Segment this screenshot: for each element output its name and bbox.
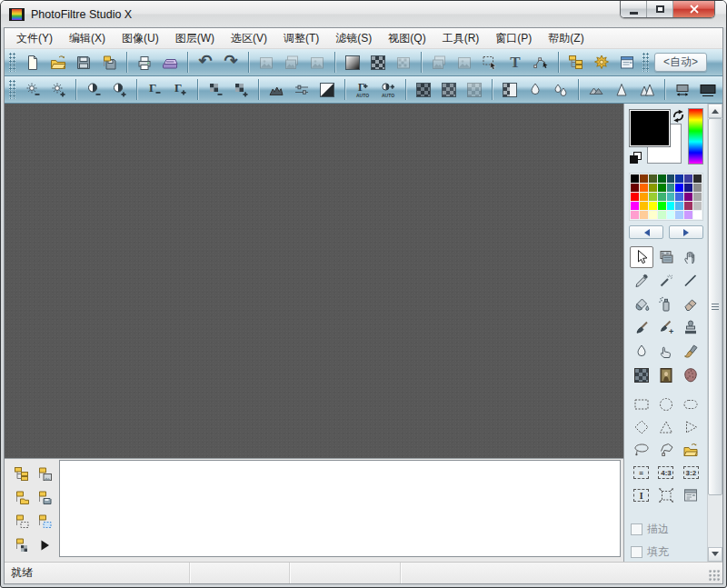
close-button[interactable] xyxy=(673,1,714,17)
layer-manager-tool[interactable] xyxy=(654,246,678,268)
load-selection[interactable] xyxy=(679,439,702,461)
scroll-up-button[interactable] xyxy=(708,104,722,118)
minimize-button[interactable] xyxy=(621,1,647,17)
panel-scrollbar[interactable] xyxy=(707,104,722,562)
scroll-down-button[interactable] xyxy=(708,547,722,562)
palette-color-swatch[interactable] xyxy=(684,193,692,201)
palette-color-swatch[interactable] xyxy=(649,202,657,210)
undo-button[interactable]: ↶ xyxy=(193,51,218,74)
stroke-checkbox[interactable] xyxy=(631,523,642,535)
histogram-button[interactable] xyxy=(264,78,289,101)
relief-more-button[interactable] xyxy=(634,78,660,101)
menu-item-6[interactable]: 滤镜(S) xyxy=(327,27,380,50)
toolbar-drag-handle[interactable] xyxy=(9,53,16,72)
palette-color-swatch[interactable] xyxy=(640,184,648,192)
menu-item-1[interactable]: 编辑(X) xyxy=(61,27,114,50)
blur-button[interactable] xyxy=(523,78,548,101)
toolbar-drag-handle[interactable] xyxy=(9,80,16,99)
titlebar[interactable]: PhotoFiltre Studio X xyxy=(1,1,726,27)
maximize-button[interactable] xyxy=(647,1,673,17)
foreground-color-swatch[interactable] xyxy=(629,109,671,147)
menu-item-7[interactable]: 视图(Q) xyxy=(380,27,433,50)
select-diamond[interactable] xyxy=(630,416,653,438)
palette-color-swatch[interactable] xyxy=(649,211,657,219)
palette-color-swatch[interactable] xyxy=(658,193,666,201)
palette-color-swatch[interactable] xyxy=(631,174,639,183)
smudge-tool[interactable] xyxy=(654,341,678,363)
brightness-minus-button[interactable] xyxy=(20,78,45,101)
palette-color-swatch[interactable] xyxy=(693,184,702,192)
menu-item-9[interactable]: 窗口(P) xyxy=(487,27,540,50)
text-button[interactable]: T xyxy=(503,51,528,74)
brightness-plus-button[interactable] xyxy=(45,78,71,101)
menu-item-2[interactable]: 图像(U) xyxy=(114,27,167,50)
gamma-plus-button[interactable]: Γ xyxy=(167,78,193,101)
palette-color-swatch[interactable] xyxy=(649,174,657,183)
art-filter-tool[interactable] xyxy=(654,364,678,386)
layer-thumbnail[interactable] xyxy=(34,463,55,485)
menu-item-3[interactable]: 图层(W) xyxy=(167,27,223,50)
select-ellipse[interactable] xyxy=(654,394,678,415)
explorer-strip[interactable] xyxy=(59,460,621,557)
palette-color-swatch[interactable] xyxy=(649,193,657,201)
palette-color-swatch[interactable] xyxy=(631,202,639,210)
swap-colors-icon[interactable] xyxy=(671,108,686,124)
palette-color-swatch[interactable] xyxy=(667,193,675,201)
lasso[interactable] xyxy=(630,439,653,461)
auto-gamma-button[interactable]: ΓAUTO xyxy=(350,78,375,101)
fill-checkbox[interactable] xyxy=(631,546,642,558)
brush-tool[interactable] xyxy=(630,317,653,339)
palette-color-swatch[interactable] xyxy=(667,184,675,192)
pattern-button[interactable] xyxy=(365,51,391,74)
mosaic-1-button[interactable] xyxy=(411,78,436,101)
toolbar-drag-handle[interactable] xyxy=(642,53,650,72)
palette-color-swatch[interactable] xyxy=(684,211,692,219)
palette-color-swatch[interactable] xyxy=(684,174,692,183)
select-rounded[interactable] xyxy=(679,394,702,415)
blur-tool[interactable] xyxy=(630,341,653,363)
open-as-layer[interactable] xyxy=(11,487,33,509)
gradient-button[interactable] xyxy=(340,51,365,74)
arrow-tool[interactable] xyxy=(630,246,653,268)
palette-color-swatch[interactable] xyxy=(649,184,657,192)
palette-color-swatch[interactable] xyxy=(658,202,666,210)
palette-color-swatch[interactable] xyxy=(631,193,639,201)
resize-grip[interactable] xyxy=(709,570,721,582)
sharpen-button[interactable] xyxy=(583,78,609,101)
negative-button[interactable] xyxy=(314,78,340,101)
transparency-button[interactable] xyxy=(497,78,523,101)
print-button[interactable] xyxy=(132,51,157,74)
advanced-brush-tool[interactable]: + xyxy=(654,317,678,339)
artistic-brush-tool[interactable] xyxy=(679,341,702,363)
palette-color-swatch[interactable] xyxy=(640,202,648,210)
palette-color-swatch[interactable] xyxy=(693,211,702,219)
image-resize-button[interactable] xyxy=(670,78,695,101)
palette-color-swatch[interactable] xyxy=(675,184,683,192)
scrollbar-track[interactable] xyxy=(708,495,722,547)
ratio-equal[interactable]: = xyxy=(630,462,653,483)
palette-color-swatch[interactable] xyxy=(658,211,666,219)
levels-button[interactable] xyxy=(289,78,314,101)
magic-wand-tool[interactable] xyxy=(654,270,678,292)
palette-color-swatch[interactable] xyxy=(667,174,675,183)
eyedropper-tool[interactable] xyxy=(630,270,653,292)
palette-color-swatch[interactable] xyxy=(640,211,648,219)
palette-color-swatch[interactable] xyxy=(667,211,675,219)
palette-next-button[interactable] xyxy=(669,225,703,239)
menu-item-0[interactable]: 文件(Y) xyxy=(8,27,61,50)
palette-color-swatch[interactable] xyxy=(693,202,702,210)
eraser-tool[interactable] xyxy=(679,294,702,315)
layer-transparency[interactable] xyxy=(11,534,33,556)
palette-prev-button[interactable] xyxy=(629,225,663,239)
menu-item-10[interactable]: 帮助(Z) xyxy=(540,27,592,50)
pan-tool[interactable] xyxy=(679,246,702,268)
menu-item-4[interactable]: 选区(V) xyxy=(223,27,275,50)
auto-contrast-button[interactable]: AUTO xyxy=(375,78,401,101)
select-triangle[interactable] xyxy=(654,416,678,438)
palette-color-swatch[interactable] xyxy=(631,184,639,192)
palette-color-swatch[interactable] xyxy=(658,184,666,192)
layer-selection[interactable] xyxy=(11,511,33,533)
palette-color-swatch[interactable] xyxy=(684,184,692,192)
path-button[interactable] xyxy=(528,51,553,74)
module-button[interactable] xyxy=(614,51,640,74)
